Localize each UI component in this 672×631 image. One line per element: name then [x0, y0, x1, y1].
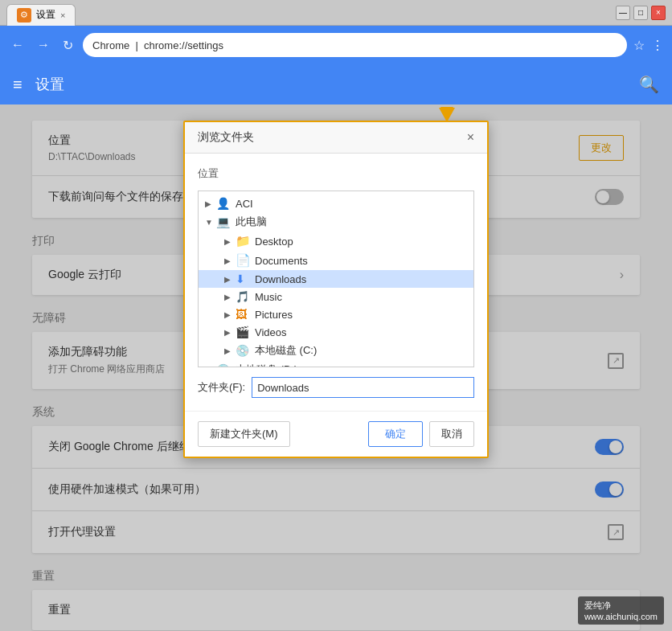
tree-label-disk-d: 本地磁盘 (D:) [236, 363, 297, 367]
dialog-overlay: 浏览文件夹 × 位置 ▶ 👤 ACI ▼ [0, 104, 672, 631]
tab-title: 设置 [36, 8, 55, 22]
tree-item-music[interactable]: ▶ 🎵 Music [199, 288, 473, 305]
chevron-icon: ▶ [224, 275, 236, 284]
minimize-btn[interactable]: — [616, 6, 630, 20]
tab-close-btn[interactable]: × [60, 10, 65, 20]
dialog-header: 浏览文件夹 × [185, 122, 487, 154]
chevron-icon: ▶ [224, 237, 236, 246]
tree-label-disk-c: 本地磁盘 (C:) [255, 343, 317, 358]
close-btn[interactable]: × [651, 6, 666, 20]
tree-item-disk-c[interactable]: ▶ 💿 本地磁盘 (C:) [199, 341, 473, 360]
folder-input[interactable] [252, 377, 474, 398]
window-controls: — □ × [616, 6, 666, 20]
dialog-title: 浏览文件夹 [198, 130, 254, 145]
addressbar: ← → ↻ ☆ ⋮ [0, 26, 672, 64]
titlebar-left: ⚙ 设置 × [6, 0, 76, 26]
tree-label-downloads: Downloads [255, 273, 306, 285]
tree-item-pictures[interactable]: ▶ 🖼 Pictures [199, 305, 473, 323]
tree-label-documents: Documents [255, 255, 308, 267]
forward-btn[interactable]: → [34, 35, 53, 55]
folder-input-row: 文件夹(F): [198, 377, 474, 398]
tab-icon: ⚙ [17, 8, 31, 23]
hamburger-icon[interactable]: ≡ [13, 76, 23, 94]
tree-item-videos[interactable]: ▶ 🎬 Videos [199, 323, 473, 341]
user-icon: 👤 [216, 197, 232, 210]
chevron-icon: ▶ [224, 346, 236, 355]
tree-label-pictures: Pictures [255, 309, 293, 321]
titlebar: ⚙ 设置 × — □ × [0, 0, 672, 26]
chevron-icon: ▼ [205, 366, 216, 368]
dialog-body: 位置 ▶ 👤 ACI ▼ 💻 此电脑 [185, 154, 487, 411]
folder-label: 文件夹(F): [198, 380, 245, 395]
back-btn[interactable]: ← [8, 35, 27, 55]
file-tree[interactable]: ▶ 👤 ACI ▼ 💻 此电脑 ▶ 📁 [198, 191, 474, 367]
tree-item-thispc[interactable]: ▼ 💻 此电脑 [199, 212, 473, 232]
dialog-footer: 新建文件夹(M) 确定 取消 [185, 411, 487, 457]
tree-label-aci: ACI [236, 198, 253, 210]
dialog-arrow [439, 108, 455, 122]
settings-content: 位置 D:\TTAC\Downloads 更改 下载前询问每个文件的保存位置 打… [0, 104, 672, 631]
cancel-btn[interactable]: 取消 [429, 421, 474, 447]
tree-item-documents[interactable]: ▶ 📄 Documents [199, 251, 473, 270]
disk-icon: 💿 [216, 363, 232, 367]
dialog-close-btn[interactable]: × [467, 130, 474, 145]
tree-item-desktop[interactable]: ▶ 📁 Desktop [199, 232, 473, 251]
chrome-menu-btn[interactable]: ⋮ [651, 38, 664, 53]
video-icon: 🎬 [236, 326, 252, 338]
refresh-btn[interactable]: ↻ [59, 35, 76, 56]
chevron-icon: ▼ [205, 218, 216, 227]
file-tree-inner: ▶ 👤 ACI ▼ 💻 此电脑 ▶ 📁 [199, 191, 473, 367]
search-icon[interactable]: 🔍 [639, 75, 659, 94]
folder-icon: 📄 [236, 253, 252, 268]
browse-folder-dialog: 浏览文件夹 × 位置 ▶ 👤 ACI ▼ [183, 121, 489, 458]
pictures-icon: 🖼 [236, 308, 252, 321]
active-tab[interactable]: ⚙ 设置 × [6, 4, 76, 26]
tree-label-music: Music [255, 291, 282, 303]
folder-icon: 📁 [236, 234, 252, 248]
download-icon: ⬇ [236, 272, 252, 285]
new-folder-btn[interactable]: 新建文件夹(M) [198, 421, 290, 447]
tree-item-disk-d[interactable]: ▼ 💿 本地磁盘 (D:) [199, 360, 473, 367]
tree-item-aci[interactable]: ▶ 👤 ACI [199, 195, 473, 212]
chevron-icon: ▶ [224, 293, 236, 301]
maximize-btn[interactable]: □ [633, 6, 648, 20]
tree-label-videos: Videos [255, 326, 287, 338]
chevron-icon: ▶ [224, 256, 236, 265]
chrome-header: ≡ 设置 🔍 [0, 64, 672, 104]
tree-label-desktop: Desktop [255, 236, 293, 248]
bookmark-btn[interactable]: ☆ [633, 38, 645, 53]
chevron-icon: ▶ [205, 199, 216, 208]
chevron-icon: ▶ [224, 310, 236, 319]
chevron-icon: ▶ [224, 328, 236, 337]
dialog-location-label: 位置 [198, 166, 474, 181]
pc-icon: 💻 [216, 215, 232, 228]
footer-right: 确定 取消 [368, 421, 474, 447]
music-icon: 🎵 [236, 290, 252, 303]
page-title: 设置 [35, 75, 64, 94]
address-input[interactable] [83, 33, 627, 57]
confirm-btn[interactable]: 确定 [368, 421, 423, 447]
tab-bar: ⚙ 设置 × [6, 0, 76, 26]
tree-item-downloads[interactable]: ▶ ⬇ Downloads [199, 270, 473, 288]
tree-label-thispc: 此电脑 [236, 215, 267, 229]
disk-icon: 💿 [236, 344, 252, 357]
